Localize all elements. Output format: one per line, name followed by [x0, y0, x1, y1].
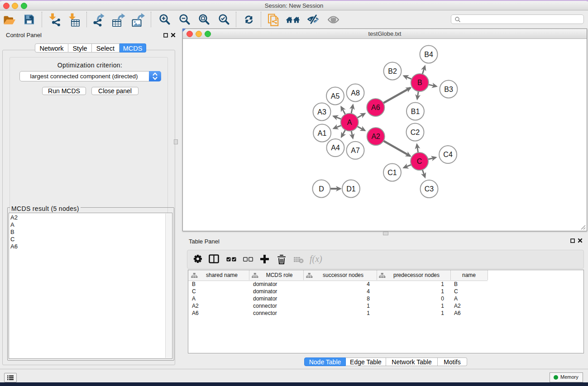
svg-text:B1: B1 [411, 108, 420, 115]
svg-text:A1: A1 [318, 129, 327, 137]
svg-text:A2: A2 [371, 133, 380, 140]
svg-text:C3: C3 [425, 185, 434, 193]
svg-text:C1: C1 [387, 169, 397, 176]
svg-text:A7: A7 [351, 147, 360, 154]
svg-text:C4: C4 [443, 151, 453, 158]
svg-text:B3: B3 [444, 86, 453, 93]
svg-text:A4: A4 [331, 144, 340, 152]
svg-text:A3: A3 [317, 108, 326, 116]
svg-text:C: C [417, 157, 422, 165]
svg-text:A5: A5 [331, 92, 340, 100]
svg-text:D: D [319, 185, 324, 193]
svg-text:B: B [417, 79, 422, 86]
svg-text:A6: A6 [371, 104, 380, 111]
svg-text:C2: C2 [411, 129, 420, 136]
svg-text:D1: D1 [346, 185, 356, 193]
svg-text:A8: A8 [351, 89, 360, 97]
svg-text:B2: B2 [388, 67, 397, 75]
svg-text:B4: B4 [424, 51, 433, 58]
svg-text:A: A [347, 119, 352, 126]
